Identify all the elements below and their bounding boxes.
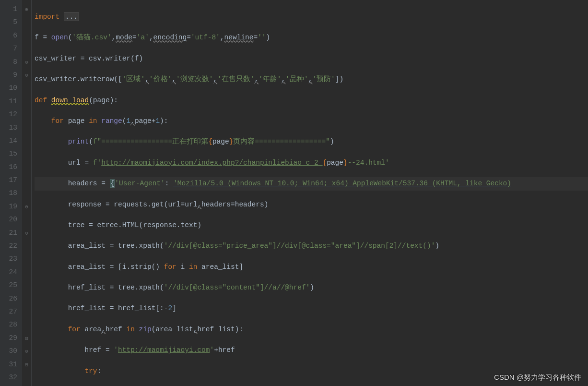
code-line: href = 'http://maomijiaoyi.com'+href (35, 344, 588, 357)
line-number[interactable]: 30 (0, 345, 17, 358)
url-link: http://maomijiaoyi.com/index.php?/chanpi… (101, 159, 322, 167)
line-number[interactable]: 21 (0, 227, 17, 240)
fold-end-icon[interactable]: ⊟ (22, 358, 31, 371)
line-number[interactable]: 17 (0, 174, 17, 187)
watermark-text: CSDN @努力学习各种软件 (494, 373, 581, 382)
fold-end-icon[interactable]: ⊟ (22, 332, 31, 345)
url-link: http://maomijiaoyi.com (118, 346, 210, 354)
fold-collapse-icon[interactable]: ⊖ (22, 345, 31, 358)
fold-expand-icon[interactable]: ⊕ (22, 3, 31, 16)
code-line: tree = etree.HTML(response.text) (35, 219, 588, 232)
line-number[interactable]: 27 (0, 305, 17, 318)
line-number[interactable]: 6 (0, 29, 17, 42)
line-number[interactable]: 24 (0, 266, 17, 279)
code-line: response = requests.get(url=url,headers=… (35, 198, 588, 211)
code-line: f = open('猫猫.csv',mode='a',encoding='utf… (35, 31, 588, 44)
line-number[interactable]: 8 (0, 56, 17, 69)
line-number[interactable]: 10 (0, 82, 17, 95)
code-line: csv_writer.writerow(['区域','价格','浏览次数','在… (35, 73, 588, 86)
line-number[interactable]: 26 (0, 292, 17, 305)
line-number[interactable]: 22 (0, 240, 17, 253)
fold-collapse-icon[interactable]: ⊖ (22, 200, 31, 213)
fold-collapse-icon[interactable]: ⊖ (22, 227, 31, 240)
line-number[interactable]: 14 (0, 134, 17, 147)
code-line: for page in range(1,page+1): (35, 115, 588, 128)
fold-collapse-icon[interactable]: ⊖ (22, 56, 31, 69)
code-line: for area,href in zip(area_list,href_list… (35, 323, 588, 336)
line-number[interactable]: 29 (0, 332, 17, 345)
line-number[interactable]: 31 (0, 358, 17, 371)
line-number[interactable]: 20 (0, 213, 17, 226)
code-line: print(f"=================正在打印第{page}页内容=… (35, 135, 588, 148)
line-number[interactable]: 32 (0, 371, 17, 384)
folded-region[interactable]: ... (64, 12, 79, 21)
line-number[interactable]: 9 (0, 69, 17, 82)
code-line: csv_writer = csv.writer(f) (35, 52, 588, 65)
line-number[interactable]: 13 (0, 121, 17, 134)
code-line: href_list = tree.xpath('//div[@class="co… (35, 281, 588, 294)
line-number[interactable]: 1 (0, 3, 17, 16)
fold-column: ⊕ ⊖ ⊖ ⊖ ⊖ ⊟ ⊖ ⊟ (22, 0, 32, 386)
line-number[interactable]: 25 (0, 279, 17, 292)
code-line: area_list = [i.strip() for i in area_lis… (35, 261, 588, 274)
code-line: area_list = tree.xpath('//div[@class="pr… (35, 240, 588, 253)
code-line: import ... (35, 11, 588, 24)
code-line: href_list = href_list[:-2] (35, 302, 588, 315)
line-number[interactable]: 18 (0, 187, 17, 200)
line-number[interactable]: 28 (0, 318, 17, 331)
line-number[interactable]: 16 (0, 161, 17, 174)
code-line: headers = {'User-Agent': 'Mozilla/5.0 (W… (35, 177, 588, 190)
line-number[interactable]: 23 (0, 253, 17, 265)
line-number[interactable]: 12 (0, 108, 17, 121)
code-line: def down_load(page): (35, 94, 588, 107)
line-number[interactable]: 5 (0, 16, 17, 29)
code-content[interactable]: import ... f = open('猫猫.csv',mode='a',en… (32, 0, 588, 386)
line-number-gutter[interactable]: 1 5 6 7 8 9 10 11 12 13 14 15 16 17 18 1… (0, 0, 22, 386)
code-line: url = f'http://maomijiaoyi.com/index.php… (35, 157, 588, 169)
line-number[interactable]: 19 (0, 200, 17, 213)
line-number[interactable]: 7 (0, 42, 17, 55)
code-editor: 1 5 6 7 8 9 10 11 12 13 14 15 16 17 18 1… (0, 0, 588, 386)
line-number[interactable]: 15 (0, 147, 17, 160)
fold-collapse-icon[interactable]: ⊖ (22, 69, 31, 82)
line-number[interactable]: 11 (0, 95, 17, 108)
